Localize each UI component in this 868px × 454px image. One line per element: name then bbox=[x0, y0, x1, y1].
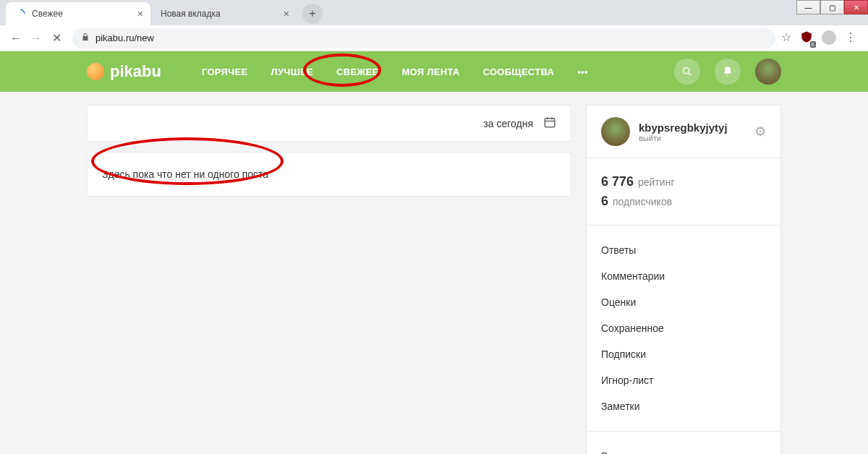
rating-value: 6 776 bbox=[601, 174, 634, 189]
username[interactable]: kbypsregbkyjytyj bbox=[639, 121, 728, 134]
loading-spinner-icon bbox=[14, 8, 26, 20]
site-header: pikabu ГОРЯЧЕЕ ЛУЧШЕЕ СВЕЖЕЕ МОЯ ЛЕНТА С… bbox=[0, 51, 868, 92]
main-column: за сегодня Здесь пока что нет ни одного … bbox=[87, 105, 571, 454]
filter-label[interactable]: за сегодня bbox=[483, 118, 533, 129]
stop-button[interactable]: ✕ bbox=[46, 28, 67, 48]
bookmark-star-icon[interactable]: ☆ bbox=[781, 30, 791, 46]
nav-hot[interactable]: ГОРЯЧЕЕ bbox=[190, 67, 260, 77]
back-button[interactable]: ← bbox=[6, 28, 26, 48]
new-tab-button[interactable]: + bbox=[302, 4, 323, 24]
nav-best[interactable]: ЛУЧШЕЕ bbox=[259, 67, 325, 77]
tab-close-icon[interactable]: × bbox=[137, 8, 143, 20]
sidebar-item-ratings[interactable]: Оценки bbox=[601, 289, 766, 315]
empty-state: Здесь пока что нет ни одного поста bbox=[87, 152, 571, 197]
nav-more[interactable]: ••• bbox=[566, 67, 600, 77]
rating-label: рейтинг bbox=[638, 176, 674, 188]
sidebar: kbypsregbkyjytyj выйти ⚙ 6 776рейтинг 6п… bbox=[586, 105, 781, 454]
sidebar-item-subscriptions[interactable]: Подписки bbox=[601, 341, 766, 367]
window-maximize-button[interactable]: ▢ bbox=[820, 0, 844, 14]
empty-message: Здесь пока что нет ни одного поста bbox=[102, 168, 268, 180]
header-avatar[interactable] bbox=[755, 59, 781, 85]
user-stats: 6 776рейтинг 6подписчиков bbox=[586, 158, 781, 226]
logo-text: pikabu bbox=[110, 62, 161, 81]
url-text: pikabu.ru/new bbox=[95, 33, 154, 43]
logo-icon bbox=[87, 63, 104, 80]
sidebar-edit-tags: Редактирование тегов bbox=[586, 432, 781, 454]
sidebar-item-saved[interactable]: Сохраненное bbox=[601, 315, 766, 341]
user-panel: kbypsregbkyjytyj выйти ⚙ bbox=[586, 105, 781, 158]
site-logo[interactable]: pikabu bbox=[87, 62, 161, 81]
subscribers-label: подписчиков bbox=[613, 196, 672, 207]
ublock-extension-icon[interactable]: 6 bbox=[800, 30, 813, 46]
subscribers-value: 6 bbox=[601, 194, 608, 208]
profile-avatar-icon[interactable] bbox=[822, 30, 836, 45]
forward-button[interactable]: → bbox=[26, 28, 46, 48]
user-avatar[interactable] bbox=[601, 117, 630, 146]
window-minimize-button[interactable]: — bbox=[796, 0, 820, 14]
sidebar-item-edit-tags[interactable]: Редактирование тегов bbox=[601, 443, 766, 454]
svg-point-0 bbox=[684, 68, 689, 74]
browser-menu-icon[interactable]: ⋮ bbox=[845, 30, 856, 46]
logout-link[interactable]: выйти bbox=[639, 134, 728, 142]
sidebar-item-answers[interactable]: Ответы bbox=[601, 237, 766, 263]
window-close-button[interactable]: ✕ bbox=[844, 0, 868, 14]
browser-tabstrip: Свежее × Новая вкладка × + bbox=[0, 0, 868, 25]
nav-feed[interactable]: МОЯ ЛЕНТА bbox=[390, 67, 471, 77]
settings-gear-icon[interactable]: ⚙ bbox=[754, 124, 766, 140]
browser-tab-inactive[interactable]: Новая вкладка × bbox=[152, 2, 297, 25]
tab-close-icon[interactable]: × bbox=[284, 8, 289, 20]
calendar-icon[interactable] bbox=[543, 116, 556, 131]
extension-badge: 6 bbox=[810, 41, 816, 48]
sidebar-item-ignore-list[interactable]: Игнор-лист bbox=[601, 367, 766, 393]
filter-bar: за сегодня bbox=[87, 105, 571, 142]
tab-title: Новая вкладка bbox=[161, 9, 221, 19]
svg-rect-2 bbox=[545, 119, 555, 127]
sidebar-menu: Ответы Комментарии Оценки Сохраненное По… bbox=[586, 226, 781, 432]
nav-communities[interactable]: СООБЩЕСТВА bbox=[472, 67, 566, 77]
svg-line-1 bbox=[689, 73, 691, 75]
sidebar-item-comments[interactable]: Комментарии bbox=[601, 263, 766, 289]
notifications-button[interactable] bbox=[715, 59, 741, 85]
lock-icon bbox=[81, 33, 90, 43]
sidebar-item-notes[interactable]: Заметки bbox=[601, 393, 766, 419]
browser-toolbar: ← → ✕ pikabu.ru/new ☆ 6 ⋮ bbox=[0, 25, 868, 51]
browser-tab-active[interactable]: Свежее × bbox=[6, 2, 150, 25]
address-bar[interactable]: pikabu.ru/new bbox=[72, 28, 775, 48]
search-button[interactable] bbox=[674, 59, 700, 85]
tab-title: Свежее bbox=[32, 9, 63, 19]
nav-fresh[interactable]: СВЕЖЕЕ bbox=[325, 67, 390, 77]
